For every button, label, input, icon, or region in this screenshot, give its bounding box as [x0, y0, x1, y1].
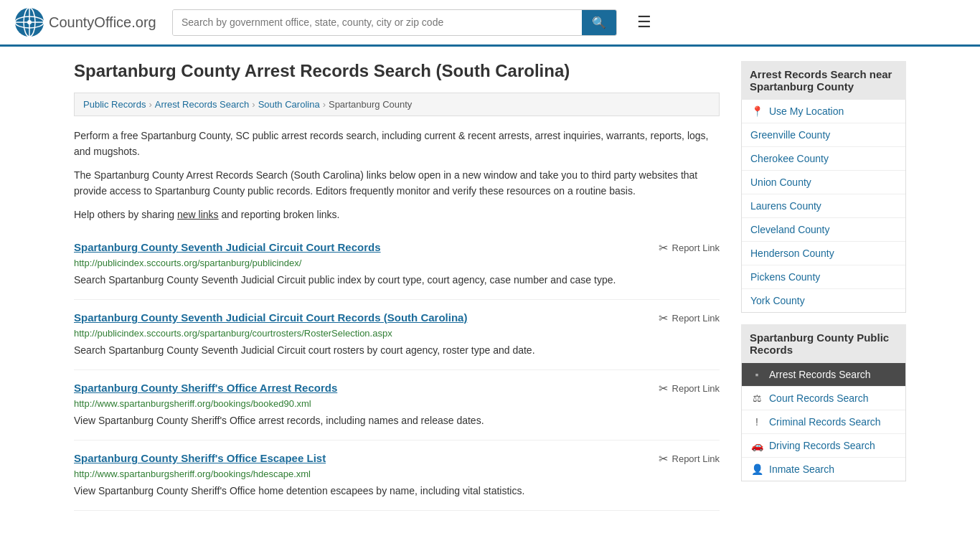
record-item: Spartanburg County Seventh Judicial Circ… [74, 300, 720, 370]
scissors-icon: ✂ [659, 311, 668, 325]
sidebar-arrest-records[interactable]: ▪ Arrest Records Search [742, 363, 905, 387]
sidebar-item-cleveland[interactable]: Cleveland County [742, 218, 905, 242]
menu-button[interactable]: ☰ [631, 10, 657, 34]
sidebar-item-pickens[interactable]: Pickens County [742, 265, 905, 289]
sidebar-item-union[interactable]: Union County [742, 171, 905, 194]
record-url[interactable]: http://www.spartanburgsheriff.org/bookin… [74, 468, 720, 479]
sidebar-item-henderson[interactable]: Henderson County [742, 242, 905, 265]
report-link-1[interactable]: ✂ Report Link [659, 311, 720, 325]
search-button[interactable]: 🔍 [582, 10, 616, 35]
record-url[interactable]: http://publicindex.sccourts.org/spartanb… [74, 258, 720, 268]
breadcrumb-public-records[interactable]: Public Records [83, 99, 146, 110]
sidebar-public-records-list: ▪ Arrest Records Search ⚖ Court Records … [741, 363, 906, 481]
breadcrumb-south-carolina[interactable]: South Carolina [258, 99, 320, 110]
record-desc: View Spartanburg County Sheriff's Office… [74, 413, 720, 428]
breadcrumb-arrest-records[interactable]: Arrest Records Search [155, 99, 250, 110]
scissors-icon: ✂ [659, 241, 668, 255]
content-area: Spartanburg County Arrest Records Search… [74, 61, 720, 511]
arrest-icon: ▪ [750, 369, 763, 380]
record-desc: Search Spartanburg County Seventh Judici… [74, 273, 720, 288]
description: Perform a free Spartanburg County, SC pu… [74, 128, 720, 222]
scissors-icon: ✂ [659, 452, 668, 466]
site-header: CountyOffice.org 🔍 ☰ [0, 0, 980, 47]
search-input[interactable] [173, 10, 582, 35]
sidebar-inmate-search[interactable]: 👤 Inmate Search [742, 458, 905, 481]
record-desc: Search Spartanburg County Seventh Judici… [74, 343, 720, 358]
sidebar-public-records-title: Spartanburg County Public Records [741, 324, 906, 363]
sidebar-court-records[interactable]: ⚖ Court Records Search [742, 387, 905, 410]
report-link-3[interactable]: ✂ Report Link [659, 452, 720, 466]
description-1: Perform a free Spartanburg County, SC pu… [74, 128, 720, 160]
new-links-link[interactable]: new links [177, 209, 219, 220]
sidebar-item-cherokee[interactable]: Cherokee County [742, 147, 905, 171]
breadcrumb: Public Records › Arrest Records Search ›… [74, 93, 720, 116]
record-desc: View Spartanburg County Sheriff's Office… [74, 484, 720, 499]
logo[interactable]: CountyOffice.org [14, 7, 158, 37]
sidebar-item-york[interactable]: York County [742, 289, 905, 312]
sidebar-driving-records[interactable]: 🚗 Driving Records Search [742, 434, 905, 458]
record-title[interactable]: Spartanburg County Sheriff's Office Arre… [74, 382, 337, 394]
sidebar-item-laurens[interactable]: Laurens County [742, 194, 905, 218]
description-3: Help others by sharing new links and rep… [74, 207, 720, 222]
criminal-icon: ! [750, 416, 763, 428]
sidebar-nearby-list: 📍 Use My Location Greenville County Cher… [741, 100, 906, 313]
sidebar-criminal-records[interactable]: ! Criminal Records Search [742, 410, 905, 434]
sidebar: Arrest Records Search near Spartanburg C… [741, 61, 906, 511]
record-url[interactable]: http://publicindex.sccourts.org/spartanb… [74, 328, 720, 339]
record-url[interactable]: http://www.spartanburgsheriff.org/bookin… [74, 398, 720, 409]
scissors-icon: ✂ [659, 382, 668, 395]
record-item: Spartanburg County Sheriff's Office Arre… [74, 370, 720, 441]
record-item: Spartanburg County Seventh Judicial Circ… [74, 230, 720, 300]
report-link-0[interactable]: ✂ Report Link [659, 241, 720, 255]
main-wrapper: Spartanburg County Arrest Records Search… [60, 47, 920, 525]
person-icon: 👤 [750, 463, 763, 475]
record-title[interactable]: Spartanburg County Sheriff's Office Esca… [74, 452, 326, 464]
sidebar-use-my-location[interactable]: 📍 Use My Location [742, 100, 905, 123]
records-list: Spartanburg County Seventh Judicial Circ… [74, 230, 720, 511]
sidebar-nearby-title: Arrest Records Search near Spartanburg C… [741, 61, 906, 100]
logo-icon [14, 7, 44, 37]
report-link-2[interactable]: ✂ Report Link [659, 382, 720, 395]
record-item: Spartanburg County Sheriff's Office Esca… [74, 441, 720, 511]
logo-text: CountyOffice.org [49, 14, 156, 31]
description-2: The Spartanburg County Arrest Records Se… [74, 167, 720, 199]
location-icon: 📍 [750, 105, 763, 117]
search-bar: 🔍 [172, 9, 617, 36]
sidebar-item-greenville[interactable]: Greenville County [742, 123, 905, 147]
court-icon: ⚖ [750, 392, 763, 404]
car-icon: 🚗 [750, 440, 763, 451]
record-title[interactable]: Spartanburg County Seventh Judicial Circ… [74, 241, 381, 253]
breadcrumb-current: Spartanburg County [329, 99, 412, 110]
record-title[interactable]: Spartanburg County Seventh Judicial Circ… [74, 311, 467, 324]
page-title: Spartanburg County Arrest Records Search… [74, 61, 720, 81]
